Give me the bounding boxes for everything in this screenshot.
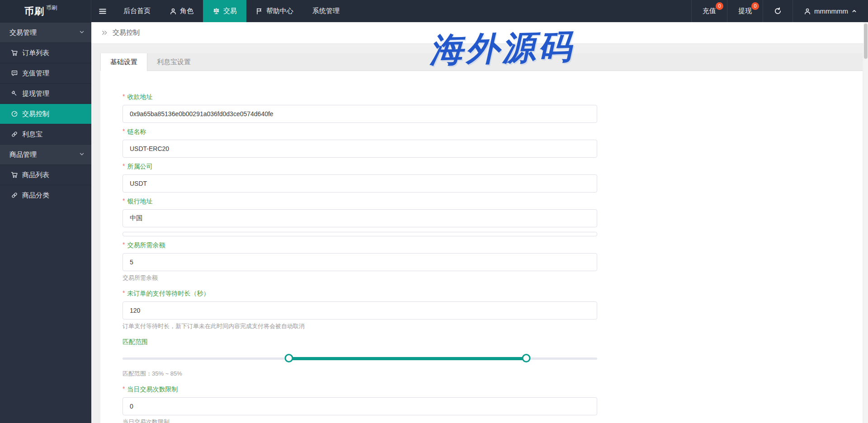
field-label-text: 所属公司	[127, 163, 152, 171]
field-match-range: 匹配范围 匹配范围：35% ~ 85%	[123, 338, 597, 378]
nav-item-system[interactable]: 系统管理	[303, 0, 349, 22]
gavel-icon	[11, 90, 18, 97]
collapsed-input	[123, 232, 597, 236]
required-asterisk: *	[123, 162, 125, 169]
nav-item-help-center[interactable]: 帮助中心	[246, 0, 303, 22]
field-label: * 交易所需余额	[123, 241, 597, 250]
field-daily-trade-limit: * 当日交易次数限制 当日交易次数限制	[123, 385, 597, 423]
required-asterisk: *	[123, 241, 125, 248]
nav-item-label: 角色	[180, 7, 193, 15]
nav-item-label: 系统管理	[312, 7, 340, 15]
sidebar-item-product-list[interactable]: 商品列表	[0, 164, 91, 185]
gauge-icon	[11, 110, 18, 118]
nav-item-trade[interactable]: 交易	[203, 0, 246, 22]
field-helper-text: 交易所需余额	[123, 274, 597, 282]
tab-label: 基础设置	[110, 58, 137, 66]
required-balance-input[interactable]	[123, 253, 597, 271]
field-label-text: 收款地址	[127, 93, 152, 101]
required-asterisk: *	[123, 93, 125, 100]
field-helper-text: 订单支付等待时长，新下订单未在此时间内容完成支付将会被自动取消	[123, 322, 597, 330]
tab-interest-settings[interactable]: 利息宝设置	[147, 53, 200, 70]
sidebar-item-product-category[interactable]: 商品分类	[0, 185, 91, 205]
required-asterisk: *	[123, 127, 125, 135]
refresh-button[interactable]	[763, 0, 793, 22]
tab-label: 利息宝设置	[157, 58, 191, 66]
field-label-text: 交易所需余额	[127, 241, 165, 249]
sidebar-group-label: 商品管理	[9, 150, 37, 159]
user-menu[interactable]: mmmmmm	[793, 0, 868, 22]
tabs-header: 基础设置 利息宝设置	[100, 53, 863, 71]
nav-item-dashboard[interactable]: 后台首页	[114, 0, 160, 22]
sidebar-item-interest-treasure[interactable]: 利息宝	[0, 124, 91, 144]
nav-item-label: 交易	[223, 7, 237, 15]
field-label-text: 匹配范围	[123, 338, 148, 346]
field-label: 匹配范围	[123, 338, 597, 347]
link-icon	[11, 192, 18, 199]
field-label-text: 未订单的支付等待时长（秒）	[127, 290, 209, 298]
sidebar-group-product-management[interactable]: 商品管理	[0, 144, 91, 164]
flag-icon	[256, 8, 263, 15]
brand-logo-text: 币刷	[24, 5, 44, 18]
required-asterisk: *	[123, 197, 125, 204]
sidebar-item-label: 订单列表	[22, 49, 49, 57]
sidebar: 交易管理 订单列表 充值管理 提现管理 交	[0, 22, 91, 423]
withdraw-button[interactable]: 提现 0	[727, 0, 763, 22]
sidebar-item-label: 充值管理	[22, 69, 49, 78]
brand-logo[interactable]: 币刷 币刷	[0, 0, 91, 22]
field-label-text: 银行地址	[127, 197, 152, 206]
chevron-down-icon	[79, 151, 85, 157]
sidebar-group-label: 交易管理	[9, 28, 37, 37]
bank-address-input[interactable]	[123, 209, 597, 227]
field-label: * 当日交易次数限制	[123, 385, 597, 394]
sidebar-item-order-list[interactable]: 订单列表	[0, 42, 91, 63]
scrollbar-thumb[interactable]	[864, 24, 868, 59]
payment-wait-time-input[interactable]	[123, 301, 597, 320]
field-label: * 链名称	[123, 127, 597, 136]
username: mmmmmm	[814, 7, 848, 15]
field-bank-address: * 银行地址	[123, 197, 597, 227]
field-label: * 银行地址	[123, 197, 597, 206]
person-icon	[170, 8, 177, 15]
chevron-up-icon	[851, 8, 857, 14]
navbar-right: 充值 0 提现 0 mmmmmm	[691, 0, 868, 22]
field-label-text: 当日交易次数限制	[127, 385, 178, 394]
recharge-button[interactable]: 充值 0	[691, 0, 727, 22]
sidebar-item-label: 提现管理	[22, 89, 49, 98]
field-helper-text: 匹配范围：35% ~ 85%	[123, 370, 597, 378]
page-scrollbar	[863, 22, 868, 423]
slider-bar	[289, 357, 526, 360]
slider-handle-min[interactable]	[284, 354, 293, 362]
top-navbar: 币刷 币刷 后台首页 角色 交易	[0, 0, 868, 22]
required-asterisk: *	[123, 385, 125, 392]
cart-icon	[11, 171, 18, 179]
nav-item-label: 帮助中心	[266, 7, 293, 15]
content-area: 基础设置 利息宝设置 * 收款地址	[91, 44, 868, 423]
recharge-badge: 0	[716, 2, 723, 10]
settings-card: 基础设置 利息宝设置 * 收款地址	[100, 53, 863, 423]
sidebar-toggle-button[interactable]	[91, 0, 114, 22]
tab-basic-settings[interactable]: 基础设置	[100, 53, 147, 71]
navbar-menu: 后台首页 角色 交易 帮助中心 系统管理	[91, 0, 349, 22]
field-chain-name: * 链名称	[123, 127, 597, 158]
sidebar-item-withdraw-management[interactable]: 提现管理	[0, 83, 91, 103]
sidebar-item-label: 商品列表	[22, 171, 49, 179]
withdraw-badge: 0	[751, 2, 759, 10]
link-icon	[11, 131, 18, 138]
sidebar-item-label: 交易控制	[22, 110, 49, 118]
refresh-icon	[774, 7, 782, 15]
brand-logo-sup: 币刷	[46, 4, 57, 12]
nav-item-label: 后台首页	[123, 7, 151, 15]
sidebar-item-trade-control[interactable]: 交易控制	[0, 103, 91, 124]
field-label: * 所属公司	[123, 162, 597, 171]
chain-name-input[interactable]	[123, 140, 597, 158]
receive-address-input[interactable]	[123, 105, 597, 123]
daily-trade-limit-input[interactable]	[123, 397, 597, 415]
double-chevron-right-icon	[101, 29, 108, 36]
company-input[interactable]	[123, 174, 597, 193]
sidebar-group-trade-management[interactable]: 交易管理	[0, 22, 91, 42]
slider-handle-max[interactable]	[522, 354, 530, 362]
nav-item-roles[interactable]: 角色	[160, 0, 203, 22]
sidebar-item-recharge-management[interactable]: 充值管理	[0, 63, 91, 83]
main-area: 交易控制 基础设置 利息宝设置 * 收款地址	[91, 22, 868, 423]
field-label-text: 链名称	[127, 128, 146, 136]
